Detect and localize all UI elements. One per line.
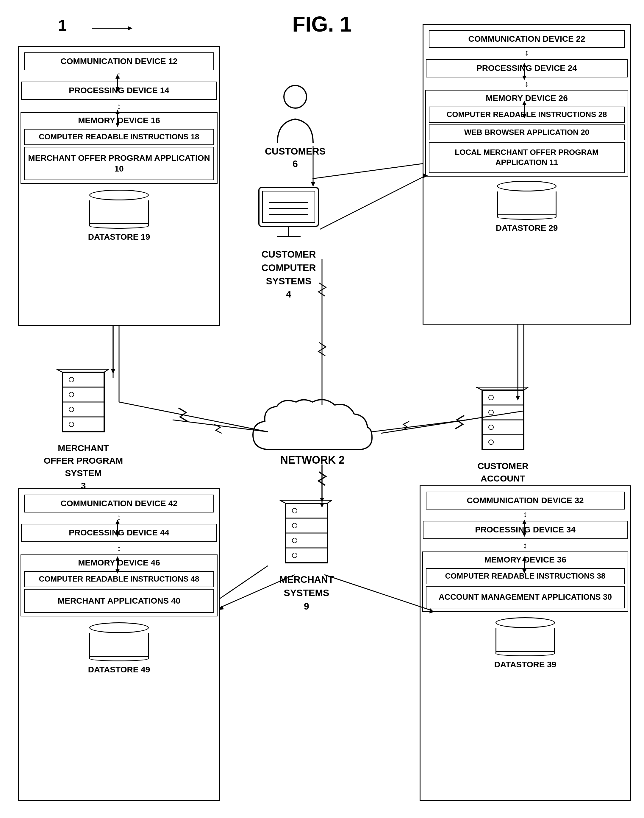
datastore-49-top	[89, 622, 149, 633]
datastore-39	[495, 617, 555, 656]
svg-point-64	[489, 410, 494, 415]
proc-device-24: PROCESSING DEVICE 24	[426, 59, 628, 77]
datastore-29-top	[497, 181, 557, 191]
proc-device-44: PROCESSING DEVICE 44	[21, 524, 217, 542]
svg-point-74	[292, 508, 297, 513]
merchant-systems-label: MERCHANTSYSTEMS9	[277, 573, 336, 613]
proc-device-34: PROCESSING DEVICE 34	[423, 521, 628, 539]
svg-point-52	[69, 377, 74, 382]
server-right-svg	[473, 387, 533, 458]
datastore-19	[89, 190, 149, 229]
comp-readable-28: COMPUTER READABLE INSTRUCTIONS 28	[429, 107, 625, 123]
datastore-39-body	[495, 628, 555, 652]
datastore-29-container: DATASTORE 29	[423, 181, 630, 233]
comm-device-42: COMMUNICATION DEVICE 42	[24, 495, 214, 512]
svg-point-77	[292, 553, 297, 558]
datastore-29	[497, 181, 557, 220]
customers-person-icon: CUSTOMERS6	[265, 83, 325, 170]
memory-device-26-label: MEMORY DEVICE 26	[427, 92, 626, 105]
memory-device-46-outer: MEMORY DEVICE 46 COMPUTER READABLE INSTR…	[20, 555, 218, 617]
datastore-39-label: DATASTORE 39	[420, 660, 630, 669]
datastore-29-body	[497, 191, 557, 215]
top-right-system-box: COMMUNICATION DEVICE 22 ↕ PROCESSING DEV…	[423, 24, 631, 324]
comm-device-22: COMMUNICATION DEVICE 22	[429, 30, 625, 48]
bottom-left-system-box: COMMUNICATION DEVICE 42 ↕ PROCESSING DEV…	[18, 488, 220, 801]
arrow-32-34: ↕	[420, 510, 630, 518]
svg-point-63	[489, 395, 494, 400]
arrow-14-16: ↕	[19, 102, 219, 111]
svg-point-55	[69, 422, 74, 427]
datastore-19-container: DATASTORE 19	[19, 190, 219, 242]
account-mgmt-apps-30: ACCOUNT MANAGEMENT APPLICATIONS 30	[426, 586, 625, 608]
merchant-offer-server: MERCHANT OFFER PROGRAM SYSTEM3	[41, 369, 125, 492]
arrow-34-36: ↕	[420, 541, 630, 550]
svg-point-54	[69, 407, 74, 412]
svg-rect-41	[259, 188, 319, 226]
datastore-19-label: DATASTORE 19	[19, 232, 219, 242]
datastore-39-container: DATASTORE 39	[420, 617, 630, 669]
server-left-svg	[54, 369, 113, 441]
datastore-49-label: DATASTORE 49	[19, 665, 219, 675]
memory-device-16-outer: MEMORY DEVICE 16 COMPUTER READABLE INSTR…	[20, 112, 218, 184]
datastore-29-label: DATASTORE 29	[423, 223, 630, 233]
svg-line-91	[324, 575, 431, 610]
datastore-49	[89, 622, 149, 661]
merchant-offer-program-system-label: MERCHANT OFFER PROGRAM SYSTEM3	[41, 442, 125, 492]
comm-device-32: COMMUNICATION DEVICE 32	[426, 492, 625, 509]
svg-line-31	[372, 420, 467, 432]
datastore-19-body	[89, 200, 149, 224]
arrow-22-24: ↕	[423, 49, 630, 57]
memory-device-46-label: MEMORY DEVICE 46	[22, 556, 216, 569]
server-center-svg	[277, 500, 336, 572]
bottom-right-system-box: COMMUNICATION DEVICE 32 ↕ PROCESSING DEV…	[420, 485, 631, 801]
cloud-svg	[247, 396, 378, 461]
svg-point-76	[292, 538, 297, 543]
svg-point-66	[489, 440, 494, 444]
arrow-44-46: ↕	[19, 544, 219, 553]
memory-device-36-label: MEMORY DEVICE 36	[424, 553, 626, 566]
svg-line-82	[119, 402, 268, 432]
comm-device-12: COMMUNICATION DEVICE 12	[24, 52, 214, 70]
datastore-49-container: DATASTORE 49	[19, 622, 219, 675]
memory-device-26-outer: MEMORY DEVICE 26 COMPUTER READABLE INSTR…	[425, 90, 628, 177]
comp-readable-18: COMPUTER READABLE INSTRUCTIONS 18	[24, 129, 214, 145]
comp-readable-48: COMPUTER READABLE INSTRUCTIONS 48	[24, 571, 214, 587]
memory-device-16-label: MEMORY DEVICE 16	[22, 114, 216, 127]
proc-device-14: PROCESSING DEVICE 14	[21, 81, 217, 100]
datastore-19-top	[89, 190, 149, 200]
web-browser-app-20: WEB BROWSER APPLICATION 20	[429, 125, 625, 141]
svg-point-75	[292, 523, 297, 528]
merchant-systems-server: MERCHANTSYSTEMS9	[277, 500, 336, 613]
merchant-offer-app-10: MERCHANT OFFER PROGRAM APPLICATION 10	[24, 147, 214, 180]
svg-point-40	[284, 86, 307, 108]
svg-point-65	[489, 425, 494, 430]
merchant-apps-40: MERCHANT APPLICATIONS 40	[24, 589, 214, 613]
figure-title: FIG. 1	[292, 12, 352, 36]
customer-computer-systems: CUSTOMERCOMPUTERSYSTEMS4	[256, 185, 321, 301]
local-merchant-offer-app-11: LOCAL MERCHANT OFFER PROGRAM APPLICATION…	[429, 142, 625, 173]
datastore-39-top	[495, 617, 555, 628]
customers-label: CUSTOMERS6	[265, 145, 325, 170]
arrow-42-44: ↕	[19, 513, 219, 521]
datastore-49-body	[89, 633, 149, 657]
svg-line-85	[320, 176, 426, 229]
top-left-system-box: COMMUNICATION DEVICE 12 ↕ PROCESSING DEV…	[18, 46, 220, 326]
comp-readable-38: COMPUTER READABLE INSTRUCTIONS 38	[426, 568, 625, 584]
arrow-12-14: ↕	[19, 71, 219, 79]
computer-svg	[256, 185, 321, 244]
svg-marker-1	[128, 26, 132, 31]
svg-point-53	[69, 392, 74, 397]
customer-computer-systems-label: CUSTOMERCOMPUTERSYSTEMS4	[256, 248, 321, 301]
network-cloud: NETWORK 2	[247, 396, 378, 466]
svg-rect-42	[262, 191, 315, 223]
memory-device-36-outer: MEMORY DEVICE 36 COMPUTER READABLE INSTR…	[422, 552, 628, 612]
person-svg	[271, 83, 319, 143]
diagram-container: FIG. 1 1 COMMUNICATION DEVICE 12 ↕ PROCE…	[0, 0, 644, 818]
arrow-24-26: ↕	[423, 80, 630, 88]
ref-1-label: 1	[58, 16, 67, 34]
